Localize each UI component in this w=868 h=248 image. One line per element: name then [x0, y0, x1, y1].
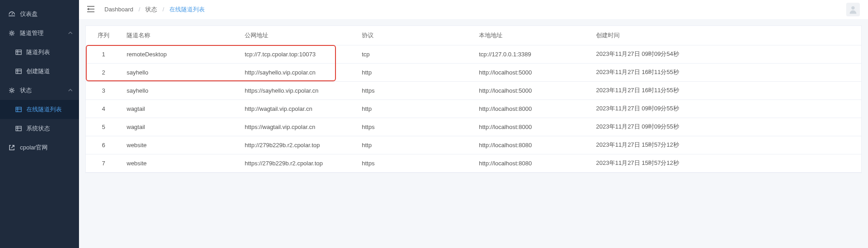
table-icon [15, 49, 22, 55]
th-seq: 序列 [86, 26, 121, 45]
breadcrumb: Dashboard / 状态 / 在线隧道列表 [103, 5, 207, 14]
sidebar-item-label: cpolar官网 [20, 144, 48, 152]
sidebar-item-tunnel-mgmt[interactable]: 隧道管理 [0, 24, 79, 43]
main: Dashboard / 状态 / 在线隧道列表 序列 隧道名称 [79, 0, 868, 248]
cell-created: 2023年11月27日 09时09分54秒 [591, 45, 861, 63]
cell-created: 2023年11月27日 09时09分55秒 [591, 99, 861, 118]
svg-rect-1 [16, 50, 21, 55]
gear-icon [8, 87, 15, 94]
cell-proto: https [356, 81, 473, 99]
th-created: 创建时间 [591, 26, 861, 45]
cell-created: 2023年11月27日 16时11分55秒 [591, 63, 861, 81]
table-icon [15, 68, 22, 74]
cell-url: tcp://7.tcp.cpolar.top:10073 [239, 45, 356, 63]
cell-created: 2023年11月27日 09时09分55秒 [591, 118, 861, 136]
th-name: 隧道名称 [121, 26, 239, 45]
tunnel-table-card: 序列 隧道名称 公网地址 协议 本地地址 创建时间 1remoteDesktop… [85, 25, 862, 173]
sidebar-item-label: 状态 [20, 86, 32, 94]
breadcrumb-dashboard[interactable]: Dashboard [104, 6, 133, 13]
cell-name: remoteDesktop [121, 45, 239, 63]
cell-url: http://sayhello.vip.cpolar.cn [239, 63, 356, 81]
cell-local: http://localhost:5000 [473, 81, 591, 99]
cell-url: https://wagtail.vip.cpolar.cn [239, 118, 356, 136]
sidebar-item-online-tunnels[interactable]: 在线隧道列表 [0, 100, 79, 119]
breadcrumb-current: 在线隧道列表 [169, 6, 205, 13]
avatar[interactable] [846, 3, 860, 16]
chevron-up-icon [68, 87, 73, 94]
cell-name: wagtail [121, 99, 239, 118]
sidebar-item-status[interactable]: 状态 [0, 81, 79, 100]
cell-local: tcp://127.0.0.1:3389 [473, 45, 591, 63]
tunnel-table: 序列 隧道名称 公网地址 协议 本地地址 创建时间 1remoteDesktop… [86, 26, 861, 173]
cell-proto: https [356, 154, 473, 172]
svg-point-0 [11, 32, 13, 35]
breadcrumb-sep: / [163, 6, 164, 13]
cell-created: 2023年11月27日 16时11分55秒 [591, 81, 861, 99]
table-row[interactable]: 2sayhellohttp://sayhello.vip.cpolar.cnht… [86, 63, 861, 81]
sidebar-item-dashboard[interactable]: 仪表盘 [0, 5, 79, 24]
menu-toggle-icon[interactable] [87, 6, 94, 14]
svg-rect-2 [16, 69, 21, 74]
sidebar-item-cpolar-site[interactable]: cpolar官网 [0, 138, 79, 157]
cell-name: website [121, 136, 239, 154]
cell-name: sayhello [121, 81, 239, 99]
cell-seq: 7 [86, 154, 121, 172]
table-row[interactable]: 6websitehttp://279b229b.r2.cpolar.tophtt… [86, 136, 861, 154]
svg-point-3 [11, 89, 13, 92]
sidebar-item-label: 仪表盘 [20, 10, 38, 18]
sidebar-item-tunnel-create[interactable]: 创建隧道 [0, 62, 79, 81]
cell-proto: https [356, 118, 473, 136]
table-row[interactable]: 3sayhellohttps://sayhello.vip.cpolar.cnh… [86, 81, 861, 99]
cell-seq: 3 [86, 81, 121, 99]
sidebar-item-label: 创建隧道 [26, 67, 50, 75]
cell-seq: 1 [86, 45, 121, 63]
cell-seq: 2 [86, 63, 121, 81]
cell-local: http://localhost:8080 [473, 136, 591, 154]
th-url: 公网地址 [239, 26, 356, 45]
cell-url: https://279b229b.r2.cpolar.top [239, 154, 356, 172]
sidebar-item-label: 隧道列表 [26, 48, 50, 56]
table-icon [15, 125, 22, 132]
gear-icon [8, 30, 15, 37]
breadcrumb-status[interactable]: 状态 [145, 6, 157, 13]
svg-rect-5 [16, 126, 21, 131]
table-header-row: 序列 隧道名称 公网地址 协议 本地地址 创建时间 [86, 26, 861, 45]
sidebar-item-label: 系统状态 [26, 124, 50, 133]
external-link-icon [8, 144, 15, 151]
cell-name: website [121, 154, 239, 172]
cell-created: 2023年11月27日 15时57分12秒 [591, 136, 861, 154]
cell-proto: tcp [356, 45, 473, 63]
table-icon [15, 106, 22, 113]
cell-seq: 6 [86, 136, 121, 154]
sidebar: 仪表盘 隧道管理 隧道列表 [0, 0, 79, 248]
chevron-up-icon [68, 30, 73, 37]
sidebar-item-system-status[interactable]: 系统状态 [0, 119, 79, 138]
cell-local: http://localhost:8080 [473, 154, 591, 172]
cell-url: http://wagtail.vip.cpolar.cn [239, 99, 356, 118]
sidebar-item-tunnel-list[interactable]: 隧道列表 [0, 43, 79, 62]
cell-proto: http [356, 99, 473, 118]
table-row[interactable]: 5wagtailhttps://wagtail.vip.cpolar.cnhtt… [86, 118, 861, 136]
th-local: 本地地址 [473, 26, 591, 45]
breadcrumb-sep: / [138, 6, 140, 13]
cell-url: http://279b229b.r2.cpolar.top [239, 136, 356, 154]
cell-local: http://localhost:8000 [473, 99, 591, 118]
svg-rect-4 [16, 107, 21, 112]
th-proto: 协议 [356, 26, 473, 45]
cell-proto: http [356, 136, 473, 154]
cell-url: https://sayhello.vip.cpolar.cn [239, 81, 356, 99]
cell-seq: 4 [86, 99, 121, 118]
table-row[interactable]: 4wagtailhttp://wagtail.vip.cpolar.cnhttp… [86, 99, 861, 118]
sidebar-item-label: 隧道管理 [20, 29, 44, 37]
table-row[interactable]: 1remoteDesktoptcp://7.tcp.cpolar.top:100… [86, 45, 861, 63]
cell-name: sayhello [121, 63, 239, 81]
cell-created: 2023年11月27日 15时57分12秒 [591, 154, 861, 172]
cell-local: http://localhost:8000 [473, 118, 591, 136]
cell-local: http://localhost:5000 [473, 63, 591, 81]
topbar: Dashboard / 状态 / 在线隧道列表 [79, 0, 868, 19]
cell-seq: 5 [86, 118, 121, 136]
svg-point-6 [851, 6, 854, 10]
cell-name: wagtail [121, 118, 239, 136]
dashboard-icon [8, 10, 15, 18]
table-row[interactable]: 7websitehttps://279b229b.r2.cpolar.topht… [86, 154, 861, 172]
